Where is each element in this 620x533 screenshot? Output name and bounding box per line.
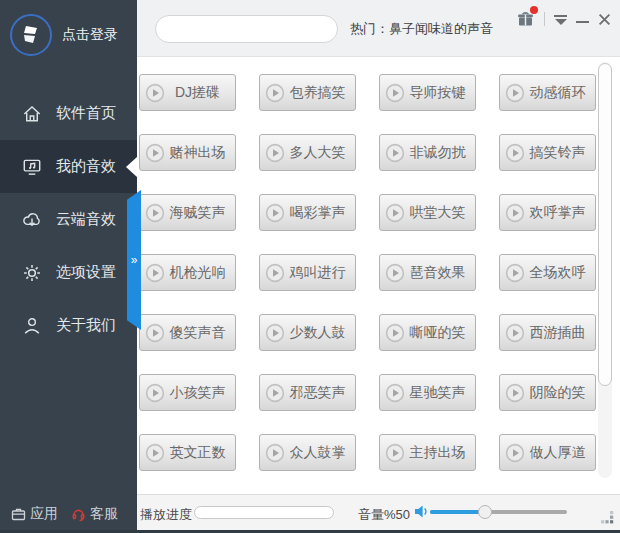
play-icon: [385, 443, 405, 463]
sound-button[interactable]: 导师按键: [379, 74, 476, 111]
sound-label: 鸡叫进行: [285, 264, 350, 282]
login-area[interactable]: 点击登录: [0, 0, 137, 70]
sound-label: 海贼笑声: [165, 204, 230, 222]
user-icon: [20, 315, 44, 337]
apps-label: 应用: [30, 505, 58, 523]
sound-label: 赌神出场: [165, 144, 230, 162]
sound-label: 傻笑声音: [165, 324, 230, 342]
sound-button[interactable]: 机枪光响: [139, 254, 236, 291]
play-icon: [265, 143, 285, 163]
window-controls: [516, 9, 611, 29]
sound-label: 琶音效果: [405, 264, 470, 282]
play-icon: [505, 323, 525, 343]
sound-button[interactable]: 非诚勿扰: [379, 134, 476, 171]
sidebar: 点击登录 软件首页 我的音效: [0, 0, 137, 530]
sound-button[interactable]: 欢呼掌声: [499, 194, 596, 231]
sidebar-item-my-sounds[interactable]: 我的音效: [0, 140, 137, 193]
hot-keyword-link[interactable]: 鼻子闻味道的声音: [389, 20, 493, 38]
resize-grip-icon[interactable]: [601, 511, 614, 524]
briefcase-icon: [10, 506, 27, 522]
sound-button[interactable]: 喝彩掌声: [259, 194, 356, 231]
sound-button[interactable]: 嘶哑的笑: [379, 314, 476, 351]
play-icon: [145, 143, 165, 163]
play-icon: [385, 323, 405, 343]
sidebar-item-label: 软件首页: [56, 104, 116, 123]
sound-button[interactable]: 哄堂大笑: [379, 194, 476, 231]
play-icon: [505, 263, 525, 283]
sidebar-item-label: 云端音效: [56, 210, 116, 229]
sound-button[interactable]: 西游插曲: [499, 314, 596, 351]
chevron-right-icon: »: [131, 253, 138, 267]
play-icon: [385, 263, 405, 283]
play-icon: [265, 323, 285, 343]
notification-button[interactable]: [516, 10, 535, 28]
sound-label: 阴险的笑: [525, 384, 590, 402]
close-icon: [598, 13, 611, 26]
search-input[interactable]: [156, 16, 338, 42]
sound-button[interactable]: 傻笑声音: [139, 314, 236, 351]
sound-label: 嘶哑的笑: [405, 324, 470, 342]
sound-button[interactable]: 英文正数: [139, 434, 236, 471]
play-icon: [265, 383, 285, 403]
apps-button[interactable]: 应用: [10, 505, 58, 523]
play-icon: [265, 83, 285, 103]
sound-label: 邪恶笑声: [285, 384, 350, 402]
sound-button[interactable]: 赌神出场: [139, 134, 236, 171]
play-icon: [145, 383, 165, 403]
support-button[interactable]: 客服: [70, 505, 118, 523]
sidebar-item-settings[interactable]: 选项设置: [0, 246, 137, 299]
sound-button[interactable]: 琶音效果: [379, 254, 476, 291]
logo-glyph: [18, 22, 44, 48]
support-label: 客服: [90, 505, 118, 523]
sound-button[interactable]: 少数人鼓: [259, 314, 356, 351]
play-icon: [505, 383, 525, 403]
sound-button[interactable]: 主持出场: [379, 434, 476, 471]
progress-label: 播放进度: [140, 506, 192, 524]
sound-button[interactable]: 搞笑铃声: [499, 134, 596, 171]
sound-button[interactable]: 众人鼓掌: [259, 434, 356, 471]
sound-label: 主持出场: [405, 444, 470, 462]
sidebar-item-cloud-sounds[interactable]: 云端音效: [0, 193, 137, 246]
play-icon: [385, 203, 405, 223]
app-logo[interactable]: [10, 14, 52, 56]
sound-button[interactable]: 海贼笑声: [139, 194, 236, 231]
play-icon: [505, 203, 525, 223]
volume-thumb[interactable]: [478, 505, 492, 519]
monitor-music-icon: [20, 156, 44, 178]
volume-slider[interactable]: [430, 504, 567, 520]
play-icon: [145, 83, 165, 103]
search-box: 搜索: [155, 15, 338, 43]
sound-label: 众人鼓掌: [285, 444, 350, 462]
sound-button[interactable]: DJ搓碟: [139, 74, 236, 111]
sound-button[interactable]: 邪恶笑声: [259, 374, 356, 411]
speaker-icon[interactable]: [414, 504, 430, 519]
login-label[interactable]: 点击登录: [62, 26, 118, 44]
sidebar-item-home[interactable]: 软件首页: [0, 87, 137, 140]
cloud-download-icon: [20, 209, 44, 231]
sound-button[interactable]: 动感循环: [499, 74, 596, 111]
sound-label: 做人厚道: [525, 444, 590, 462]
play-icon: [145, 203, 165, 223]
play-icon: [145, 263, 165, 283]
notification-badge: [530, 6, 538, 14]
sound-button[interactable]: 小孩笑声: [139, 374, 236, 411]
headset-icon: [70, 506, 87, 522]
sound-button[interactable]: 做人厚道: [499, 434, 596, 471]
sound-label: 喝彩掌声: [285, 204, 350, 222]
sidebar-expand-handle[interactable]: »: [127, 190, 141, 330]
play-icon: [145, 443, 165, 463]
sound-grid: DJ搓碟 包养搞笑 导师按键 动感循环 赌神出场: [139, 74, 596, 471]
skin-menu-button[interactable]: [554, 13, 567, 26]
sound-button[interactable]: 包养搞笑: [259, 74, 356, 111]
scrollbar-thumb[interactable]: [598, 63, 612, 386]
sound-label: 搞笑铃声: [525, 144, 590, 162]
minimize-button[interactable]: [576, 21, 589, 24]
sound-button[interactable]: 多人大笑: [259, 134, 356, 171]
sound-button[interactable]: 星驰笑声: [379, 374, 476, 411]
sound-button[interactable]: 鸡叫进行: [259, 254, 356, 291]
sound-button[interactable]: 全场欢呼: [499, 254, 596, 291]
progress-bar[interactable]: [194, 506, 334, 519]
sidebar-item-about[interactable]: 关于我们: [0, 299, 137, 352]
close-button[interactable]: [598, 13, 611, 26]
sound-button[interactable]: 阴险的笑: [499, 374, 596, 411]
